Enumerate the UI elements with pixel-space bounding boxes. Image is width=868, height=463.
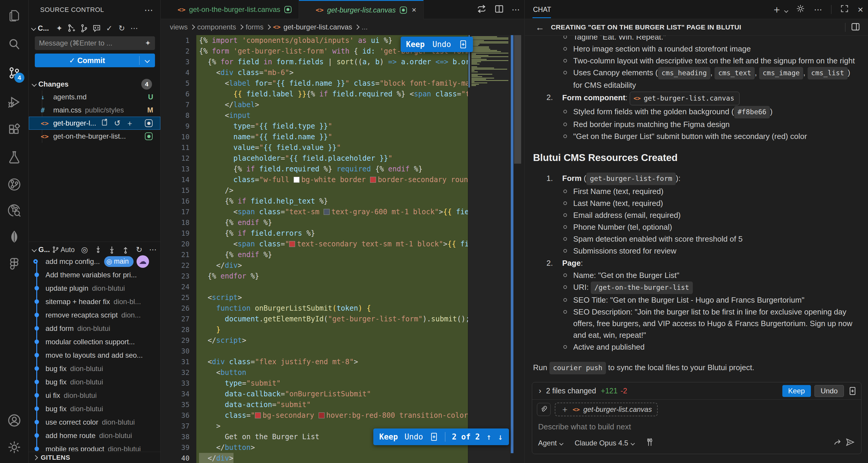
scm-more-actions-icon[interactable]: ⋯ <box>144 5 153 15</box>
view-file-icon[interactable] <box>430 432 438 441</box>
open-changes-icon[interactable] <box>476 4 487 15</box>
ai-message-sparkle-icon[interactable]: ✦ <box>145 39 151 47</box>
commit-message-input[interactable]: Message (⌘Enter to ... ✦ <box>35 36 155 50</box>
branch-badge[interactable]: ◎main <box>104 256 133 267</box>
minimap[interactable] <box>468 35 510 463</box>
keep-all-button[interactable]: Keep <box>782 385 811 397</box>
pull-icon[interactable] <box>105 246 119 254</box>
send-icon[interactable] <box>845 437 855 449</box>
commit-row[interactable]: use correct colordion-blutui <box>29 415 160 429</box>
repo-label[interactable]: C... <box>38 24 49 32</box>
graph-more-icon[interactable]: ⋯ <box>146 245 160 254</box>
back-icon[interactable]: ← <box>535 22 545 32</box>
scm-file-row[interactable]: <>get-burger-l...↺＋ <box>29 117 160 130</box>
gitlens-section-header[interactable]: GITLENS <box>29 452 160 463</box>
explorer-icon[interactable] <box>0 2 29 29</box>
new-chat-icon[interactable]: ＋ <box>772 3 787 17</box>
commit-button[interactable]: ✓ Commit <box>35 54 155 67</box>
commit-row[interactable]: modular collection support... <box>29 335 160 348</box>
settings-gear-icon[interactable] <box>0 434 29 461</box>
close-panel-icon[interactable]: × <box>858 4 863 15</box>
gitlens-inspect-icon[interactable] <box>0 197 29 224</box>
next-change-icon[interactable]: ↓ <box>498 432 503 442</box>
view-all-files-icon[interactable] <box>848 387 857 396</box>
push-icon[interactable] <box>119 246 132 254</box>
tab-get-burger-list[interactable]: <> get-burger-list.canvas × <box>299 0 424 19</box>
scm-file-row[interactable]: #main.csspublic/stylesM <box>29 103 160 117</box>
attach-context-icon[interactable] <box>537 403 551 416</box>
editor-scrollbar[interactable] <box>514 35 521 164</box>
tab-close-icon[interactable]: × <box>412 5 416 14</box>
commit-row[interactable]: bug fixdion-blutui <box>29 402 160 415</box>
undo-button[interactable]: Undo <box>433 40 451 49</box>
run-debug-icon[interactable] <box>0 89 29 116</box>
breadcrumb[interactable]: views components forms <> get-burger-lis… <box>161 19 524 35</box>
split-editor-icon[interactable] <box>494 4 504 15</box>
mongodb-icon[interactable] <box>0 223 29 250</box>
open-in-editor-icon[interactable] <box>851 22 860 33</box>
discard-changes-icon[interactable]: ↺ <box>114 119 121 128</box>
sparkle-icon[interactable]: ✦ <box>53 24 65 33</box>
gitlens-icon[interactable] <box>0 171 29 198</box>
open-file-icon[interactable] <box>101 118 108 128</box>
chat-more-icon[interactable]: ⋯ <box>814 5 822 14</box>
commit-row[interactable]: update plugindion-blutui <box>29 281 160 295</box>
chat-input[interactable]: Describe what to build next <box>532 419 861 431</box>
previous-change-icon[interactable]: ↑ <box>486 432 491 442</box>
commit-row[interactable]: bug fixdion-blutui <box>29 375 160 389</box>
mode-picker[interactable]: Agent <box>538 439 562 447</box>
chat-message-area[interactable]: Tagline "Eat. Win. Repeat."Hero image se… <box>525 36 868 378</box>
comment-icon[interactable] <box>90 24 103 33</box>
graph-auto-label[interactable]: Auto <box>61 246 75 254</box>
figma-icon[interactable] <box>0 250 29 277</box>
changed-files-bar[interactable]: › 2 files changed +121 -2 Keep Undo <box>532 382 861 400</box>
repo-collapse-chevron-icon[interactable] <box>31 26 36 31</box>
search-icon[interactable] <box>0 31 29 58</box>
commit-check-icon[interactable]: ✓ <box>103 24 116 33</box>
changes-section-header[interactable]: Changes 4 <box>29 78 160 90</box>
expand-chevron-icon[interactable]: › <box>539 386 541 396</box>
maximize-panel-icon[interactable] <box>840 4 849 15</box>
toolbar-more-icon[interactable]: ⋯ <box>128 24 141 33</box>
commit-row[interactable]: add mcp config...◎main☁ <box>29 255 160 268</box>
fetch-icon[interactable] <box>91 246 105 254</box>
refresh-icon[interactable]: ↻ <box>116 24 128 33</box>
file-reference-chip[interactable]: <>get-burger-list.canvas <box>630 92 740 105</box>
source-control-icon[interactable]: 4 <box>0 60 29 86</box>
commit-row[interactable]: bug fixdion-blutui <box>29 362 160 375</box>
keep-button[interactable]: Keep <box>379 432 398 441</box>
extensions-icon[interactable] <box>0 117 29 144</box>
target-icon[interactable]: ◎ <box>78 245 91 254</box>
undo-all-button[interactable]: Undo <box>814 385 844 397</box>
code-editor[interactable]: 1{% import 'components/global/inputs' as… <box>161 35 524 463</box>
branch-create-icon[interactable] <box>65 24 78 33</box>
graph-refresh-icon[interactable]: ↻ <box>132 245 146 254</box>
account-icon[interactable] <box>0 407 29 434</box>
model-picker[interactable]: Claude Opus 4.5 <box>575 439 633 447</box>
commit-row[interactable]: remove recaptca scriptdion... <box>29 308 160 322</box>
tab-get-on-the-burger-list[interactable]: <> get-on-the-burger-list.canvas <box>161 0 299 19</box>
commit-author: dion-blutui <box>70 365 103 373</box>
scm-file-row[interactable]: <>get-on-the-burger-list... <box>29 130 160 143</box>
scm-file-row[interactable]: ↓agents.mdU <box>29 90 160 103</box>
commit-row[interactable]: move to layouts and add seo... <box>29 348 160 362</box>
testing-icon[interactable] <box>0 144 29 171</box>
keep-button[interactable]: Keep <box>406 40 425 49</box>
attached-file-chip[interactable]: ＋ <> get-burger-list.canvas <box>555 403 658 416</box>
tab-chat[interactable]: CHAT <box>533 0 551 19</box>
commit-row[interactable]: mobile res productdion-blutui <box>29 442 160 451</box>
graph-section-header[interactable]: G... Auto ◎ ↻ ⋯ <box>29 243 160 256</box>
commit-row[interactable]: add home routedion-blutui <box>29 429 160 442</box>
tools-icon[interactable] <box>645 438 654 449</box>
stage-changes-icon[interactable]: ＋ <box>126 118 133 128</box>
commit-row[interactable]: sitemap + header fixdion-bl... <box>29 295 160 308</box>
undo-button[interactable]: Undo <box>405 432 423 441</box>
commit-graph-icon[interactable] <box>78 24 90 33</box>
editor-more-icon[interactable]: ⋯ <box>512 5 520 14</box>
commit-row[interactable]: ui fixdion-blutui <box>29 389 160 402</box>
voice-or-redirect-icon[interactable] <box>833 437 843 449</box>
commit-row[interactable]: add formdion-blutui <box>29 322 160 335</box>
commit-row[interactable]: Add theme variables for pri... <box>29 268 160 281</box>
view-file-icon[interactable] <box>459 40 468 49</box>
chat-settings-gear-icon[interactable] <box>796 4 805 15</box>
